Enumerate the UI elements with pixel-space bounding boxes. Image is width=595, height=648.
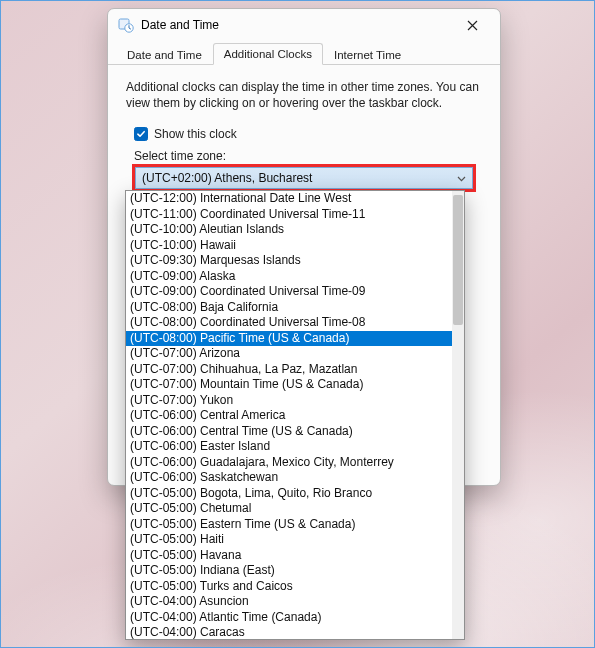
timezone-option[interactable]: (UTC-10:00) Aleutian Islands	[126, 222, 452, 238]
description-text: Additional clocks can display the time i…	[126, 79, 482, 111]
show-clock-label: Show this clock	[154, 127, 237, 141]
date-time-icon	[118, 17, 134, 33]
timezone-label: Select time zone:	[134, 149, 482, 163]
close-icon	[467, 20, 478, 31]
timezone-option[interactable]: (UTC-06:00) Central America	[126, 408, 452, 424]
show-clock-checkbox[interactable]	[134, 127, 148, 141]
timezone-option[interactable]: (UTC-04:00) Atlantic Time (Canada)	[126, 610, 452, 626]
dropdown-scrollbar[interactable]	[452, 191, 464, 639]
timezone-option[interactable]: (UTC-05:00) Bogota, Lima, Quito, Rio Bra…	[126, 486, 452, 502]
tab-internet-time[interactable]: Internet Time	[323, 44, 412, 65]
timezone-option[interactable]: (UTC-12:00) International Date Line West	[126, 191, 452, 207]
timezone-dropdown-list[interactable]: (UTC-12:00) International Date Line West…	[125, 190, 465, 640]
timezone-option[interactable]: (UTC-08:00) Pacific Time (US & Canada)	[126, 331, 452, 347]
tab-strip: Date and Time Additional Clocks Internet…	[108, 41, 500, 65]
timezone-option[interactable]: (UTC-09:00) Alaska	[126, 269, 452, 285]
timezone-option[interactable]: (UTC-06:00) Easter Island	[126, 439, 452, 455]
timezone-option[interactable]: (UTC-06:00) Central Time (US & Canada)	[126, 424, 452, 440]
timezone-option[interactable]: (UTC-05:00) Indiana (East)	[126, 563, 452, 579]
timezone-option[interactable]: (UTC-04:00) Asuncion	[126, 594, 452, 610]
timezone-option[interactable]: (UTC-04:00) Caracas	[126, 625, 452, 639]
timezone-option[interactable]: (UTC-05:00) Turks and Caicos	[126, 579, 452, 595]
timezone-option[interactable]: (UTC-08:00) Baja California	[126, 300, 452, 316]
timezone-selected-value: (UTC+02:00) Athens, Bucharest	[142, 171, 312, 185]
timezone-option[interactable]: (UTC-05:00) Havana	[126, 548, 452, 564]
timezone-option[interactable]: (UTC-07:00) Yukon	[126, 393, 452, 409]
checkmark-icon	[136, 129, 146, 139]
timezone-combobox[interactable]: (UTC+02:00) Athens, Bucharest	[135, 167, 473, 189]
timezone-option-list: (UTC-12:00) International Date Line West…	[126, 191, 452, 639]
timezone-option[interactable]: (UTC-07:00) Chihuahua, La Paz, Mazatlan	[126, 362, 452, 378]
timezone-option[interactable]: (UTC-09:00) Coordinated Universal Time-0…	[126, 284, 452, 300]
timezone-combo-highlight: (UTC+02:00) Athens, Bucharest	[132, 164, 476, 192]
tab-date-and-time[interactable]: Date and Time	[116, 44, 213, 65]
window-title: Date and Time	[141, 18, 452, 32]
tab-additional-clocks[interactable]: Additional Clocks	[213, 43, 323, 65]
show-clock-row: Show this clock	[134, 127, 482, 141]
chevron-down-icon	[457, 171, 466, 185]
titlebar: Date and Time	[108, 9, 500, 41]
timezone-option[interactable]: (UTC-06:00) Guadalajara, Mexico City, Mo…	[126, 455, 452, 471]
timezone-option[interactable]: (UTC-07:00) Arizona	[126, 346, 452, 362]
timezone-option[interactable]: (UTC-06:00) Saskatchewan	[126, 470, 452, 486]
timezone-option[interactable]: (UTC-05:00) Eastern Time (US & Canada)	[126, 517, 452, 533]
tab-content: Additional clocks can display the time i…	[108, 65, 500, 202]
timezone-option[interactable]: (UTC-07:00) Mountain Time (US & Canada)	[126, 377, 452, 393]
timezone-option[interactable]: (UTC-09:30) Marquesas Islands	[126, 253, 452, 269]
timezone-option[interactable]: (UTC-08:00) Coordinated Universal Time-0…	[126, 315, 452, 331]
timezone-option[interactable]: (UTC-10:00) Hawaii	[126, 238, 452, 254]
close-button[interactable]	[452, 11, 492, 39]
timezone-option[interactable]: (UTC-05:00) Haiti	[126, 532, 452, 548]
timezone-option[interactable]: (UTC-11:00) Coordinated Universal Time-1…	[126, 207, 452, 223]
scrollbar-thumb[interactable]	[453, 195, 463, 325]
timezone-option[interactable]: (UTC-05:00) Chetumal	[126, 501, 452, 517]
